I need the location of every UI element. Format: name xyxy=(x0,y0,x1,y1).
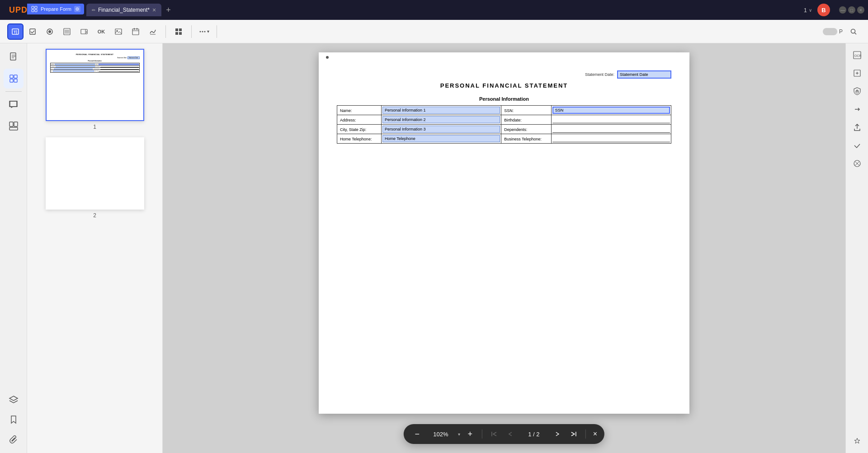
tab-financial-statement[interactable]: ✏ Financial_Statement* × xyxy=(86,4,161,16)
toolbar-search-button[interactable] xyxy=(846,24,861,39)
toolbar-dropdown-arrow: ▾ xyxy=(207,29,209,34)
page-dropdown-icon[interactable]: ∨ xyxy=(809,8,812,13)
svg-point-25 xyxy=(851,29,855,33)
svg-rect-19 xyxy=(179,28,182,31)
personal-info-3-field[interactable]: Personal Information 3 xyxy=(382,126,500,133)
svg-text:T|: T| xyxy=(14,30,17,34)
thumbnail-preview-1: PERSONAL FINANCIAL STATEMENT Statement D… xyxy=(46,49,144,121)
right-sidebar-ocr[interactable]: OCR xyxy=(849,47,865,63)
zoom-out-button[interactable]: − xyxy=(411,428,424,440)
toolbar-combobox-button[interactable] xyxy=(76,23,92,40)
thumbnail-preview-2 xyxy=(46,137,144,210)
nav-next-button[interactable] xyxy=(551,428,564,440)
nav-prev-button[interactable] xyxy=(504,428,517,440)
sidebar-bottom xyxy=(4,390,24,449)
svg-line-26 xyxy=(855,33,857,34)
close-window-button[interactable]: × xyxy=(857,6,864,14)
zoom-level-display: 102% xyxy=(427,431,454,438)
toolbar-listbox-button[interactable] xyxy=(59,23,75,40)
thumbnail-page-2[interactable]: 2 xyxy=(33,137,157,219)
business-telephone-field[interactable] xyxy=(552,135,670,142)
svg-rect-42 xyxy=(14,122,18,126)
table-row: Home Telephone: Home Telephone Business … xyxy=(337,134,671,144)
thumbnail-page-1[interactable]: PERSONAL FINANCIAL STATEMENT Statement D… xyxy=(33,49,157,130)
toolbar-more-dropdown[interactable]: ▾ xyxy=(196,26,212,37)
toolbar-tools-group: T| OK xyxy=(7,23,161,40)
statement-date-field[interactable]: Statement Date xyxy=(617,70,671,79)
right-sidebar-verify[interactable] xyxy=(849,137,865,154)
sidebar-icon-prepare-form[interactable] xyxy=(4,69,24,89)
svg-rect-18 xyxy=(175,28,178,31)
right-sidebar-protect[interactable] xyxy=(849,83,865,99)
svg-rect-32 xyxy=(14,75,17,78)
birthdate-field[interactable] xyxy=(552,116,670,123)
right-sidebar-convert[interactable] xyxy=(849,101,865,117)
sidebar-icon-bookmark[interactable] xyxy=(4,410,24,430)
svg-rect-21 xyxy=(179,32,182,35)
sidebar-icon-organize[interactable] xyxy=(4,116,24,136)
svg-rect-13 xyxy=(132,29,139,35)
right-sidebar-compress[interactable] xyxy=(849,65,865,81)
thumbnail-num-1: 1 xyxy=(93,124,96,130)
nav-first-button[interactable] xyxy=(488,428,500,440)
svg-rect-33 xyxy=(10,79,13,82)
svg-rect-34 xyxy=(14,79,17,82)
toolbar: T| OK ▾ P xyxy=(0,20,868,43)
sidebar-icon-layers[interactable] xyxy=(4,390,24,410)
svg-rect-2 xyxy=(30,29,35,34)
svg-marker-44 xyxy=(9,396,18,401)
svg-point-22 xyxy=(200,31,201,32)
minimize-button[interactable]: — xyxy=(839,6,846,14)
home-telephone-label: Home Telephone: xyxy=(340,137,372,141)
toolbar-radio-button[interactable] xyxy=(42,23,58,40)
nav-last-button[interactable] xyxy=(567,428,580,440)
bottom-toolbar: − 102% ▾ + 1 / 2 × xyxy=(404,424,604,444)
toolbar-button-button[interactable]: OK xyxy=(93,23,109,40)
personal-info-1-field[interactable]: Personal Information 1 xyxy=(382,107,500,114)
table-row: Address: Personal Information 2 Birthdat… xyxy=(337,115,671,125)
toolbar-checkbox-button[interactable] xyxy=(24,23,41,40)
personal-info-2-field[interactable]: Personal Information 2 xyxy=(382,116,500,123)
tab-edit-icon: ✏ xyxy=(92,8,95,13)
table-row: City, State Zip: Personal Information 3 … xyxy=(337,125,671,134)
page-number: 1 xyxy=(804,7,807,14)
main-area: Prepare Form xyxy=(0,43,868,453)
city-state-zip-label: City, State Zip: xyxy=(340,127,366,132)
right-sidebar-watermark[interactable] xyxy=(849,155,865,172)
zoom-dropdown-button[interactable]: ▾ xyxy=(458,432,460,437)
window-controls: — □ × xyxy=(839,6,864,14)
toolbar-date-button[interactable] xyxy=(127,23,144,40)
topbar-right: 1 ∨ B — □ × xyxy=(804,4,864,16)
zoom-in-button[interactable]: + xyxy=(464,428,476,440)
home-telephone-field[interactable]: Home Telephone xyxy=(382,135,500,142)
thumbnail-num-2: 2 xyxy=(93,212,96,219)
preview-switch[interactable] xyxy=(823,28,837,35)
statement-date-row: Statement Date: Statement Date xyxy=(337,70,671,79)
svg-rect-11 xyxy=(115,29,122,34)
tab-close-button[interactable]: × xyxy=(152,6,156,14)
sidebar-icon-document[interactable] xyxy=(4,47,24,67)
svg-rect-31 xyxy=(10,75,13,78)
ssn-label: SSN: xyxy=(504,108,514,113)
right-sidebar-share[interactable] xyxy=(849,119,865,135)
page-indicator: 1 ∨ xyxy=(804,7,812,14)
dependents-field[interactable] xyxy=(552,126,670,133)
maximize-button[interactable]: □ xyxy=(848,6,855,14)
address-label: Address: xyxy=(340,118,356,122)
tab-add-button[interactable]: + xyxy=(162,4,175,17)
toolbar-align-button[interactable] xyxy=(170,23,187,40)
svg-rect-20 xyxy=(175,32,178,35)
nav-separator xyxy=(585,430,586,439)
toolbar-image-button[interactable] xyxy=(110,23,127,40)
section-header-personal-info: Personal Information xyxy=(337,96,671,102)
close-nav-button[interactable]: × xyxy=(593,430,597,438)
left-sidebar: Prepare Form xyxy=(0,43,27,453)
ssn-field[interactable]: SSN xyxy=(552,107,670,114)
sidebar-icon-comment[interactable] xyxy=(4,94,24,114)
right-sidebar-ai[interactable] xyxy=(849,433,865,449)
pdf-title: PERSONAL FINANCIAL STATEMENT xyxy=(337,82,671,89)
user-avatar[interactable]: B xyxy=(817,4,830,16)
sidebar-icon-attachment[interactable] xyxy=(4,430,24,449)
toolbar-text-field-button[interactable]: T| xyxy=(7,23,24,40)
toolbar-signature-button[interactable] xyxy=(145,23,161,40)
